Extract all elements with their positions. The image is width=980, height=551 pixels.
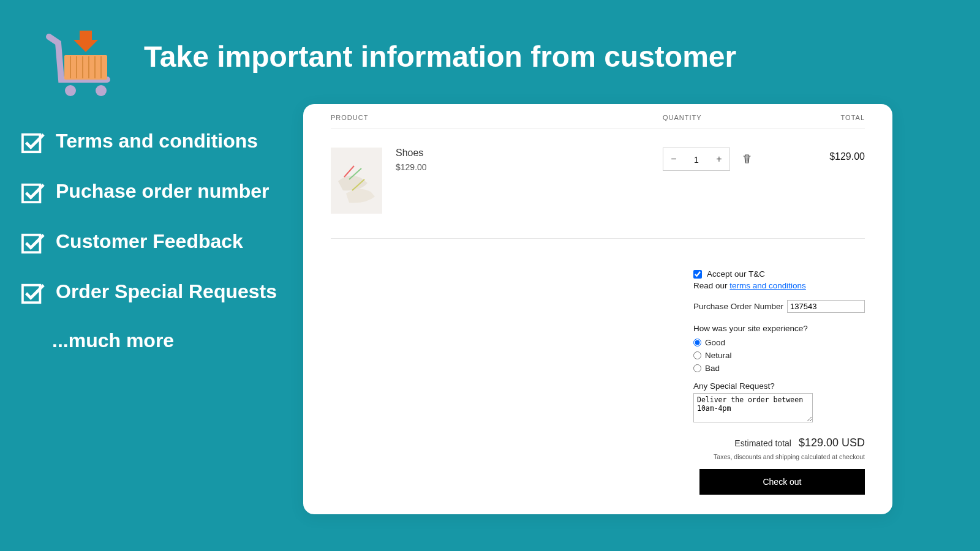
svg-rect-11 — [23, 235, 40, 253]
col-product: PRODUCT — [331, 114, 663, 121]
special-request-textarea[interactable] — [693, 393, 813, 422]
feature-more: ...much more — [52, 329, 277, 352]
read-tc-text: Read our terms and conditions — [693, 281, 865, 290]
check-icon — [21, 282, 45, 305]
svg-rect-12 — [23, 285, 40, 303]
feature-label: Customer Feedback — [56, 229, 243, 253]
feature-item: Terms and conditions — [21, 129, 277, 154]
cart-header: PRODUCT QUANTITY TOTAL — [331, 114, 865, 129]
feature-item: Customer Feedback — [21, 229, 277, 255]
svg-point-8 — [96, 85, 107, 96]
svg-rect-10 — [23, 185, 40, 203]
product-cell: Shoes $129.00 — [331, 148, 663, 214]
line-total: $129.00 — [804, 148, 865, 162]
exp-label-bad: Bad — [705, 364, 720, 373]
po-label: Purchase Order Number — [693, 302, 783, 311]
estimated-total-amount: $129.00 USD — [799, 437, 865, 449]
accept-tc-label: Accept our T&C — [707, 269, 765, 279]
special-request-label: Any Special Request? — [693, 381, 865, 391]
check-icon — [21, 131, 45, 154]
feature-item: Puchase order number — [21, 179, 277, 204]
feature-list: Terms and conditions Puchase order numbe… — [21, 129, 277, 352]
trash-icon — [742, 154, 752, 163]
col-quantity: QUANTITY — [663, 114, 804, 121]
tax-note: Taxes, discounts and shipping calculated… — [693, 453, 865, 460]
quantity-stepper: − 1 + — [663, 148, 730, 171]
cart-hero-icon — [43, 31, 116, 98]
qty-decrease-button[interactable]: − — [663, 148, 684, 170]
feature-label: Terms and conditions — [56, 129, 258, 153]
exp-label-good: Good — [705, 338, 725, 347]
cart-panel: PRODUCT QUANTITY TOTAL Shoes $129.00 — [303, 104, 892, 514]
checkout-button[interactable]: Check out — [699, 469, 865, 495]
qty-value: 1 — [684, 148, 709, 170]
hero-title: Take important information from customer — [144, 40, 736, 73]
product-name: Shoes — [396, 148, 427, 159]
svg-point-7 — [65, 85, 76, 96]
svg-rect-9 — [23, 135, 40, 152]
po-number-input[interactable] — [787, 300, 865, 313]
col-total: TOTAL — [804, 114, 865, 121]
exp-radio-bad[interactable] — [693, 364, 701, 372]
exp-radio-good[interactable] — [693, 339, 701, 347]
exp-label-neutral: Netural — [705, 351, 732, 360]
accept-tc-checkbox[interactable] — [693, 270, 702, 279]
terms-link[interactable]: terms and conditions — [729, 281, 806, 290]
cart-item-row: Shoes $129.00 − 1 + $129.00 — [331, 129, 865, 239]
qty-increase-button[interactable]: + — [709, 148, 729, 170]
product-price: $129.00 — [396, 162, 427, 172]
feature-label: Puchase order number — [56, 179, 270, 203]
remove-item-button[interactable] — [742, 154, 752, 165]
check-icon — [21, 231, 45, 255]
feature-item: Order Special Requests — [21, 279, 277, 305]
read-tc-prefix: Read our — [693, 281, 729, 290]
checkout-form: Accept our T&C Read our terms and condit… — [693, 269, 865, 495]
exp-radio-neutral[interactable] — [693, 351, 701, 359]
product-thumbnail[interactable] — [331, 148, 382, 214]
feature-label: Order Special Requests — [56, 279, 277, 304]
estimated-total-label: Estimated total — [734, 438, 791, 448]
experience-question: How was your site experience? — [693, 324, 865, 333]
check-icon — [21, 181, 45, 204]
